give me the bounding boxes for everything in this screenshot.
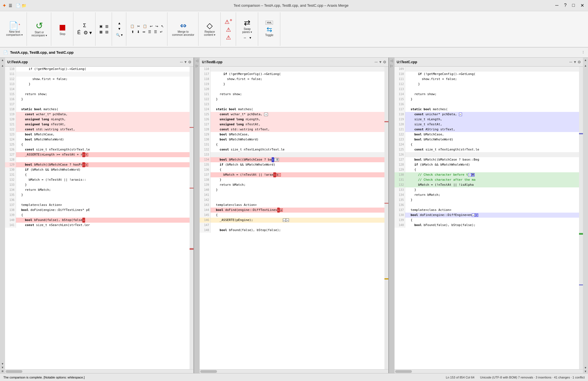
arrow-up2-button[interactable]: ⬆ (130, 29, 135, 34)
table-row: 131 { (200, 142, 384, 147)
right-nav-bottom[interactable]: ▼ (584, 370, 587, 373)
undo-button[interactable]: ↩ (149, 24, 154, 29)
indent-button[interactable]: ☰ (147, 29, 152, 34)
doc-icon-new: 📄 (16, 3, 20, 8)
table-row: 135 if (bMatch && bMatchWholeWord) (200, 162, 384, 167)
minimap-marker-a2 (190, 188, 193, 189)
view-1-button[interactable]: ▣ (98, 24, 104, 29)
table-row: 132 bMatch = (!nTestAt || !isAlpha (395, 182, 579, 187)
arrow-dn2-button[interactable]: ⬇ (136, 29, 141, 34)
right-nav: ▲ ▲ ▼ ▼ (583, 58, 588, 373)
menu-icon[interactable]: ☰ (9, 3, 12, 8)
nav-next-arrow[interactable]: ▼ (1, 362, 4, 365)
nav-down-button[interactable]: ▼ (116, 26, 122, 31)
cursor-icon: ↖ (161, 24, 164, 28)
sep-ab-dn[interactable]: ▷ (196, 64, 198, 68)
sigma-button[interactable]: Σ (82, 22, 87, 29)
accent-button[interactable]: É (76, 29, 82, 36)
table-row: 131 // Check character after the ma (395, 177, 579, 182)
arrow-dn2-icon: ⬇ (137, 30, 140, 34)
pane-c-dropdown[interactable]: ▾ (574, 60, 576, 64)
paste-button[interactable]: 📋 (142, 24, 148, 29)
cut-button[interactable]: ✂ (136, 24, 141, 29)
sep-bc-dn[interactable]: ▷ (390, 64, 393, 68)
table-row: 138 bool doFind(engine::DiffTextLines* p… (5, 208, 190, 213)
table-row: 117 if (!getMergeConfig()->GetLong( (200, 72, 384, 77)
pane-b-dropdown[interactable]: ▾ (379, 60, 381, 64)
pane-a-hscroll[interactable] (5, 369, 193, 373)
stop-button[interactable]: ⏹ Stop (54, 22, 71, 37)
sep-bc-up[interactable]: ◁ (390, 59, 393, 63)
xml-button[interactable]: XML (265, 21, 273, 25)
warning1-button[interactable]: ⚠+ (223, 17, 234, 26)
sep-ab-up[interactable]: ◁ (196, 59, 198, 63)
table-row: 133 (200, 152, 384, 157)
warning2-button[interactable]: ⚠ (225, 26, 232, 34)
view-4-button[interactable]: ▤ (104, 29, 109, 34)
pane-b-more[interactable]: ··· (375, 60, 378, 64)
view-3-button[interactable]: ▦ (98, 29, 104, 34)
toggle-button[interactable]: ⇆ Toggle (261, 25, 278, 38)
table-row: 124 bool bMatchWholeWord) (5, 137, 190, 142)
table-row: 119 size_t nLength, (395, 117, 579, 122)
pane-b-scroll[interactable]: 110 117 if (!getMergeConfig()->GetLong( … (200, 67, 384, 369)
table-row: 130 // Check character before t←M (395, 172, 579, 177)
nav-bottom-arrow[interactable]: ▼ (1, 366, 4, 369)
table-row: 148 bool bFound(false), bStop(false); (200, 228, 384, 233)
pane-a-thumb[interactable] (6, 370, 22, 373)
wrap-button[interactable]: ↵ (159, 29, 164, 34)
minimize-button[interactable]: ─ (554, 2, 560, 9)
warning3-button[interactable]: ⚠ (225, 34, 232, 41)
merge-lines-button[interactable]: ⇔ (141, 29, 146, 34)
nav-top-arrow[interactable]: ▲ (1, 58, 4, 62)
pane-c-scroll[interactable]: 109 110 if (!getMergeConfig()->GetLong( … (395, 67, 579, 369)
main-area: ▲ ▲ ▼ ▼ U:\TestA.cpp ··· ▾ ⊙ 110 if ( (0, 58, 588, 373)
table-row: 118 const unichar* pchData, ← (395, 112, 579, 117)
merge-lines-icon: ⇔ (143, 30, 145, 34)
table-row: 131 { (5, 172, 190, 177)
pane-c-history[interactable]: ⊙ (578, 60, 581, 64)
pane-a-dropdown[interactable]: ▾ (185, 60, 186, 64)
pane-b-thumb[interactable] (200, 370, 217, 373)
merge-button[interactable]: ⇔ Merge tocommon ancestor (170, 21, 196, 37)
start-button[interactable]: ↺ Start orrecompare ▾ (30, 20, 49, 38)
table-row: 126 (395, 152, 579, 157)
pane-a-more[interactable]: ··· (180, 60, 183, 64)
table-row: 127 unsigned long nTestAt, (200, 122, 384, 127)
table-row: 122 const std::wstring strText, (5, 127, 190, 132)
table-row: 125 { (5, 142, 190, 147)
swap-sub2-button[interactable]: ▾ (248, 35, 252, 40)
new-text-button[interactable]: 📄+ New textcomparison ▾ (4, 21, 24, 37)
pane-b-history[interactable]: ⊙ (383, 60, 386, 64)
pane-a-history[interactable]: ⊙ (188, 60, 191, 64)
pane-b: U:\TestB.cpp ··· ▾ ⊙ 110 117 if (!getMer… (200, 58, 389, 373)
settings-button[interactable]: ⚙ ▾ (82, 29, 93, 36)
table-row: 139 { (5, 213, 190, 218)
copy-button[interactable]: 📋 (129, 24, 136, 29)
cursor-button[interactable]: ↖ (160, 24, 165, 29)
nav-up-button[interactable]: ▲ (116, 21, 122, 26)
replace-button[interactable]: ◇ Replacecontent ▾ (201, 21, 218, 37)
maximize-button[interactable]: □ (570, 2, 577, 9)
pane-a: U:\TestA.cpp ··· ▾ ⊙ 110 if (!getMergeCo… (5, 58, 194, 373)
right-nav-next[interactable]: ▼ (584, 366, 587, 369)
view-2-button[interactable]: ▥ (104, 24, 109, 29)
right-nav-top[interactable]: ▲ (584, 58, 587, 62)
swap-button[interactable]: ⇄ Swappanes ▾ (239, 18, 256, 35)
filebar-options[interactable]: ⋮ (582, 51, 585, 54)
pane-c-header: U:\TestC.cpp ··· ▾ ⊙ (395, 58, 583, 67)
pane-c-more[interactable]: ··· (569, 60, 572, 64)
redo-button[interactable]: ↪ (154, 24, 159, 29)
pane-b-hscroll[interactable] (200, 369, 388, 373)
right-nav-prev[interactable]: ▲ (584, 64, 587, 67)
table-row: 132 const size_t nTextLength(strText.le (200, 147, 384, 152)
pane-c-hscroll[interactable] (395, 369, 583, 373)
pane-a-scroll[interactable]: 110 if (!getMergeConfig()->GetLong( 111 … (5, 67, 190, 369)
zoom-button[interactable]: 🔍 ▾ (115, 32, 124, 37)
nav-prev-arrow[interactable]: ▲ (1, 64, 4, 67)
outdent-button[interactable]: ☰ (153, 29, 158, 34)
pane-c-thumb[interactable] (395, 370, 412, 373)
swap-sub1-button[interactable]: ↔ (242, 35, 248, 40)
help-button[interactable]: ? (562, 2, 568, 9)
close-button[interactable]: ✕ (579, 2, 586, 9)
